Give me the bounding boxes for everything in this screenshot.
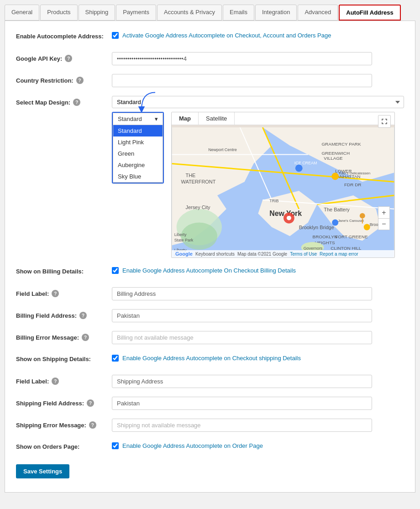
shipping-field-address-row: Shipping Field Address: ?: [16, 397, 404, 411]
map-tab-satellite[interactable]: Satellite: [199, 112, 235, 125]
enable-autocomplete-checkbox[interactable]: [112, 32, 119, 39]
svg-text:Newport Centre: Newport Centre: [208, 147, 237, 152]
svg-text:GREENWICH: GREENWICH: [321, 151, 350, 156]
show-shipping-checkbox-label: Enable Google Address Autocomplete on Ch…: [122, 355, 301, 362]
billing-field-address-control: [112, 309, 404, 322]
billing-error-input[interactable]: [112, 331, 372, 344]
billing-error-control: [112, 331, 404, 344]
billing-error-row: Billing Error Message: ?: [16, 331, 404, 346]
dropdown-option-sky-blue[interactable]: Sky Blue: [113, 171, 163, 182]
country-restriction-help-icon[interactable]: ?: [76, 77, 84, 84]
show-orders-checkbox-label: Enable Google Address Autocomplete on Or…: [122, 442, 263, 449]
tab-emails[interactable]: Emails: [223, 5, 254, 21]
show-billing-checkbox-row: Enable Google Address Autocomplete On Ch…: [112, 265, 296, 274]
show-orders-checkbox-row: Enable Google Address Autocomplete on Or…: [112, 441, 263, 449]
map-keyboard-shortcuts[interactable]: Keyboard shortcuts: [195, 252, 235, 257]
shipping-error-help-icon[interactable]: ?: [89, 421, 96, 429]
map-expand-button[interactable]: [378, 115, 391, 128]
svg-text:FDR DR: FDR DR: [344, 182, 361, 187]
svg-text:THE: THE: [185, 173, 195, 178]
google-api-key-input[interactable]: [112, 52, 372, 65]
svg-point-41: [287, 216, 291, 220]
shipping-field-address-input[interactable]: [112, 397, 372, 410]
dropdown-option-green[interactable]: Green: [113, 148, 163, 159]
billing-error-label: Billing Error Message:: [16, 334, 79, 341]
field-label-shipping-input[interactable]: [112, 375, 372, 388]
page-wrapper: General Products Shipping Payments Accou…: [0, 0, 420, 497]
field-label-shipping-row: Field Label: ?: [16, 375, 404, 389]
tab-payments[interactable]: Payments: [116, 5, 156, 21]
show-billing-control: Enable Google Address Autocomplete On Ch…: [112, 265, 404, 274]
dropdown-and-arrow: Standard ▾ Standard Light Pink Green Aub…: [112, 112, 164, 184]
dropdown-chevron-icon: ▾: [155, 115, 158, 122]
tab-shipping[interactable]: Shipping: [79, 5, 116, 21]
google-api-key-label: Google API Key:: [16, 55, 62, 62]
svg-text:Liberty: Liberty: [174, 232, 187, 237]
tab-products[interactable]: Products: [40, 5, 77, 21]
save-settings-button[interactable]: Save Settings: [16, 464, 69, 478]
map-zoom-in-button[interactable]: +: [378, 206, 390, 218]
show-billing-row: Show on Billing Details: Enable Google A…: [16, 265, 404, 280]
dropdown-shown-label: Standard: [118, 115, 142, 122]
tab-general[interactable]: General: [5, 5, 39, 21]
field-label-billing-input[interactable]: [112, 287, 372, 300]
show-orders-checkbox[interactable]: [112, 442, 119, 449]
dropdown-popup-container: Standard ▾ Standard Light Pink Green Aub…: [113, 113, 163, 183]
field-label-shipping-control: [112, 375, 404, 388]
dropdown-option-aubergine[interactable]: Aubergine: [113, 159, 163, 171]
shipping-field-address-help-icon[interactable]: ?: [87, 399, 94, 407]
shipping-error-label-container: Shipping Error Message: ?: [16, 419, 112, 429]
map-design-select-top[interactable]: Standard Light Pink Green Aubergine Sky …: [112, 96, 404, 108]
show-orders-row: Show on Orders Page: Enable Google Addre…: [16, 441, 404, 455]
show-shipping-control: Enable Google Address Autocomplete on Ch…: [112, 353, 404, 362]
svg-point-38: [360, 213, 365, 219]
dropdown-option-standard[interactable]: Standard: [113, 125, 163, 136]
shipping-field-address-label: Shipping Field Address:: [16, 400, 84, 407]
shipping-error-row: Shipping Error Message: ?: [16, 419, 404, 433]
country-restriction-control: [112, 74, 404, 87]
dropdown-option-light-pink[interactable]: Light Pink: [113, 136, 163, 148]
map-area[interactable]: Map Satellite: [171, 112, 395, 258]
map-svg: THE WATERFRONT Jersey City New York Broo…: [172, 127, 394, 257]
tab-integration[interactable]: Integration: [255, 5, 297, 21]
google-api-key-label-container: Google API Key: ?: [16, 52, 112, 62]
dropdown-select-shown[interactable]: Standard ▾: [113, 113, 163, 125]
map-svg-container: THE WATERFRONT Jersey City New York Broo…: [172, 127, 394, 257]
map-report-link[interactable]: Report a map error: [320, 252, 358, 257]
show-shipping-checkbox[interactable]: [112, 355, 119, 362]
map-tab-map[interactable]: Map: [172, 112, 199, 125]
svg-point-13: [181, 223, 217, 250]
enable-autocomplete-label: Enable Autocomplete Address:: [16, 30, 112, 40]
show-shipping-row: Show on Shipping Details: Enable Google …: [16, 353, 404, 367]
map-design-right: Standard Light Pink Green Aubergine Sky …: [112, 96, 404, 258]
map-tabs: Map Satellite: [172, 112, 394, 125]
shipping-error-control: [112, 419, 404, 432]
content-area: Enable Autocomplete Address: Activate Go…: [5, 21, 415, 493]
tab-advanced[interactable]: Advanced: [298, 5, 338, 21]
country-restriction-label-container: Country Restriction: ?: [16, 74, 112, 84]
map-zoom-controls: + −: [378, 206, 390, 230]
enable-autocomplete-checkbox-row: Activate Google Address Autocomplete on …: [112, 30, 331, 39]
svg-text:TRIB: TRIB: [269, 199, 278, 203]
country-restriction-input[interactable]: [112, 74, 372, 87]
svg-text:VILLAGE: VILLAGE: [324, 156, 343, 161]
field-label-billing-help-icon[interactable]: ?: [52, 290, 59, 297]
google-api-key-help-icon[interactable]: ?: [65, 55, 72, 62]
svg-text:WATERFRONT: WATERFRONT: [181, 179, 216, 184]
show-billing-checkbox[interactable]: [112, 267, 119, 274]
billing-field-address-label: Billing Field Address:: [16, 312, 77, 319]
show-orders-control: Enable Google Address Autocomplete on Or…: [112, 441, 404, 449]
field-label-billing-control: [112, 287, 404, 300]
svg-text:Jane's Carousel: Jane's Carousel: [338, 219, 364, 223]
shipping-error-input[interactable]: [112, 419, 372, 432]
billing-field-address-help-icon[interactable]: ?: [79, 312, 87, 319]
map-design-help-icon[interactable]: ?: [73, 99, 80, 106]
tab-autofill-address[interactable]: AutoFill Address: [339, 5, 401, 21]
billing-error-help-icon[interactable]: ?: [82, 334, 89, 341]
country-restriction-label: Country Restriction:: [16, 77, 74, 84]
map-terms-link[interactable]: Terms of Use: [290, 252, 317, 257]
tab-accounts-privacy[interactable]: Accounts & Privacy: [157, 5, 222, 21]
billing-field-address-input[interactable]: [112, 309, 372, 322]
map-zoom-out-button[interactable]: −: [378, 218, 390, 230]
field-label-shipping-help-icon[interactable]: ?: [52, 378, 59, 385]
